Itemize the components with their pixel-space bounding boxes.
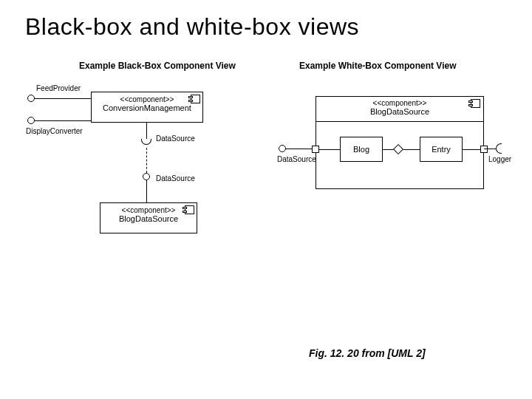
entry-box: Entry xyxy=(420,137,463,162)
black-box-panel: Example Black-Box Component View FeedPro… xyxy=(26,61,240,304)
stereotype-label: <<component>> xyxy=(96,95,198,103)
datasource-label: DataSource xyxy=(156,134,195,143)
white-box-panel: Example White-Box Component View DataSou… xyxy=(277,61,514,223)
datasource-label: DataSource xyxy=(277,155,316,163)
feedprovider-ball-icon xyxy=(27,95,35,102)
connector-line xyxy=(319,149,340,150)
feedprovider-label: FeedProvider xyxy=(36,84,81,92)
datasource-provided-ball-icon xyxy=(143,173,150,180)
logger-label: Logger xyxy=(488,155,511,163)
blogdatasource-whitebox-component: <<component>> BlogDataSource Blog Entry xyxy=(316,96,484,189)
entry-label: Entry xyxy=(432,145,451,154)
component-name: BlogDataSource xyxy=(316,107,483,116)
aggregation-diamond-icon xyxy=(393,144,403,154)
component-icon xyxy=(468,99,480,108)
left-port-icon xyxy=(312,146,319,153)
datasource-required-socket-icon xyxy=(141,139,151,145)
displayconverter-ball-icon xyxy=(27,117,35,124)
blog-box: Blog xyxy=(340,137,383,162)
connector-line xyxy=(35,98,91,99)
figure-caption: Fig. 12. 20 from [UML 2] xyxy=(309,347,426,359)
component-name: ConversionManagement xyxy=(96,103,198,112)
black-box-heading: Example Black-Box Component View xyxy=(79,61,236,71)
stereotype-label: <<component>> xyxy=(105,206,192,214)
dependency-line xyxy=(146,148,147,173)
component-name: BlogDataSource xyxy=(105,214,192,223)
connector-line xyxy=(403,149,420,150)
connector-line xyxy=(286,149,316,149)
connector-line xyxy=(35,120,91,121)
connector-line xyxy=(463,149,480,150)
conversion-management-component: <<component>> ConversionManagement xyxy=(91,92,203,123)
white-box-heading: Example White-Box Component View xyxy=(299,61,456,71)
right-port-icon xyxy=(480,146,488,153)
connector-line xyxy=(146,123,147,139)
stereotype-label: <<component>> xyxy=(316,99,483,107)
datasource-ball-icon xyxy=(279,145,286,152)
component-icon xyxy=(188,95,200,103)
datasource-label: DataSource xyxy=(156,174,195,183)
blogdatasource-component: <<component>> BlogDataSource xyxy=(100,202,197,233)
logger-socket-icon xyxy=(496,143,502,154)
blog-label: Blog xyxy=(353,145,369,154)
displayconverter-label: DisplayConverter xyxy=(26,127,83,135)
connector-line xyxy=(146,180,147,202)
component-icon xyxy=(183,205,194,214)
slide-title: Black-box and white-box views xyxy=(25,13,359,41)
connector-line xyxy=(484,149,496,149)
